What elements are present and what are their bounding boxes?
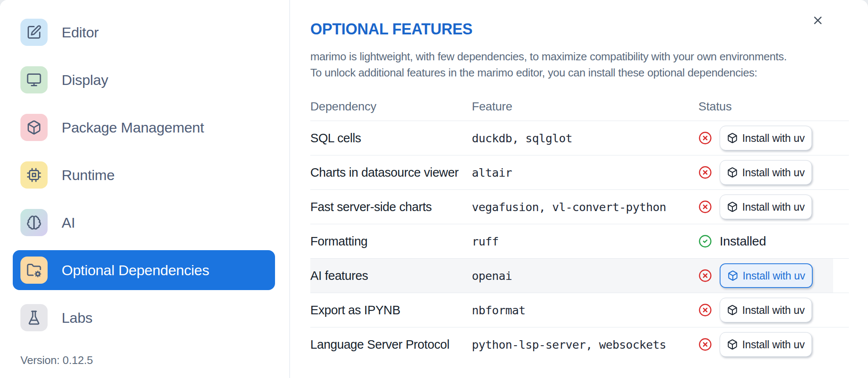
brain-icon [26, 215, 42, 230]
table-body: SQL cellsduckdb, sqlglotInstall with uvC… [310, 121, 849, 361]
cpu-icon [26, 167, 42, 183]
not-installed-status-icon [698, 200, 712, 214]
package-icon [727, 270, 738, 281]
table-row: FormattingruffInstalled [310, 224, 849, 259]
icon-tile [20, 209, 48, 236]
package-icon [727, 305, 738, 316]
sidebar-item-labs[interactable]: Labs [13, 298, 275, 338]
sidebar-item-editor[interactable]: Editor [13, 12, 275, 52]
sidebar-item-label: Optional Dependencies [62, 262, 209, 279]
dependency-cell: SQL cells [310, 131, 472, 145]
install-button-label: Install with uv [742, 166, 805, 179]
circle-x-icon [698, 303, 712, 317]
table-row: AI featuresopenaiInstall with uv [310, 259, 849, 293]
sidebar-item-optional-dependencies[interactable]: Optional Dependencies [13, 250, 275, 290]
status-cell: Install with uv [698, 263, 849, 288]
version-label: Version: 0.12.5 [20, 354, 93, 367]
sidebar-item-display[interactable]: Display [13, 60, 275, 100]
column-header-status: Status [698, 100, 849, 113]
install-button-label: Install with uv [743, 270, 805, 282]
circle-x-icon [698, 338, 712, 351]
install-button-label: Install with uv [742, 201, 805, 213]
install-with-uv-button[interactable]: Install with uv [720, 195, 812, 219]
description-line: To unlock additional features in the mar… [310, 65, 849, 81]
not-installed-status-icon [698, 338, 712, 351]
column-header-dependency: Dependency [310, 100, 472, 113]
flask-icon [26, 310, 42, 325]
package-icon [26, 120, 42, 135]
page-title: OPTIONAL FEATURES [310, 20, 849, 38]
sidebar-item-label: Labs [62, 310, 93, 326]
icon-tile [20, 114, 48, 141]
sidebar-item-label: Package Management [62, 119, 204, 136]
package-icon [727, 167, 738, 178]
feature-cell: nbformat [472, 304, 698, 317]
not-installed-status-icon [698, 166, 712, 179]
circle-x-icon [698, 200, 712, 214]
feature-cell: altair [472, 166, 698, 179]
table-row: SQL cellsduckdb, sqlglotInstall with uv [310, 121, 849, 155]
folder-gear-icon [26, 262, 42, 278]
not-installed-status-icon [698, 269, 712, 282]
screen: EditorDisplayPackage ManagementRuntimeAI… [0, 0, 868, 378]
package-icon [727, 133, 738, 144]
status-cell: Install with uv [698, 298, 849, 322]
install-with-uv-button[interactable]: Install with uv [720, 160, 812, 185]
circle-x-icon [698, 269, 712, 282]
installed-status-icon [698, 234, 712, 248]
status-cell: Install with uv [698, 160, 849, 185]
icon-tile [20, 66, 48, 93]
dependency-cell: Fast server-side charts [310, 200, 472, 214]
feature-cell: ruff [472, 235, 698, 248]
settings-dialog: EditorDisplayPackage ManagementRuntimeAI… [0, 0, 868, 378]
circle-check-icon [698, 234, 712, 248]
icon-tile [20, 304, 48, 331]
circle-x-icon [698, 166, 712, 179]
monitor-icon [26, 72, 42, 87]
close-icon [811, 14, 824, 27]
package-icon [727, 339, 738, 350]
icon-tile [20, 161, 48, 189]
column-header-feature: Feature [472, 100, 698, 113]
status-cell: Install with uv [698, 126, 849, 150]
status-cell: Installed [698, 234, 849, 248]
sidebar-item-package-management[interactable]: Package Management [13, 107, 275, 147]
table-row: Export as IPYNBnbformatInstall with uv [310, 293, 849, 327]
install-with-uv-button[interactable]: Install with uv [720, 332, 812, 357]
install-with-uv-button[interactable]: Install with uv [720, 298, 812, 322]
not-installed-status-icon [698, 303, 712, 317]
table-row: Charts in datasource vieweraltairInstall… [310, 155, 849, 190]
dependency-cell: AI features [310, 269, 472, 283]
dependency-cell: Export as IPYNB [310, 303, 472, 317]
icon-tile [20, 257, 48, 284]
sidebar-nav: EditorDisplayPackage ManagementRuntimeAI… [0, 0, 289, 338]
description-line: marimo is lightweight, with few dependen… [310, 48, 849, 65]
not-installed-status-icon [698, 131, 712, 145]
table-row: Language Server Protocolpython-lsp-serve… [310, 327, 849, 361]
install-button-label: Install with uv [742, 304, 805, 316]
edit-icon [26, 25, 42, 40]
sidebar-item-label: Display [62, 72, 108, 88]
sidebar: EditorDisplayPackage ManagementRuntimeAI… [0, 0, 290, 378]
install-with-uv-button[interactable]: Install with uv [720, 126, 812, 150]
package-icon [727, 201, 738, 212]
sidebar-item-label: AI [62, 214, 75, 231]
close-button[interactable] [809, 12, 826, 29]
dependency-cell: Charts in datasource viewer [310, 166, 472, 180]
optional-features-panel: OPTIONAL FEATURES marimo is lightweight,… [290, 0, 868, 378]
install-with-uv-button[interactable]: Install with uv [720, 263, 813, 288]
icon-tile [20, 19, 48, 46]
sidebar-item-runtime[interactable]: Runtime [13, 155, 275, 195]
install-button-label: Install with uv [742, 132, 805, 144]
feature-cell: duckdb, sqlglot [472, 132, 698, 145]
sidebar-item-ai[interactable]: AI [13, 203, 275, 243]
feature-cell: python-lsp-server, websockets [472, 338, 698, 351]
install-button-label: Install with uv [742, 339, 805, 351]
table-header: Dependency Feature Status [310, 93, 849, 121]
description: marimo is lightweight, with few dependen… [310, 48, 849, 81]
status-cell: Install with uv [698, 195, 849, 219]
table-row: Fast server-side chartsvegafusion, vl-co… [310, 190, 849, 224]
feature-cell: vegafusion, vl-convert-python [472, 200, 698, 214]
installed-label: Installed [720, 234, 766, 248]
dependency-cell: Formatting [310, 234, 472, 248]
